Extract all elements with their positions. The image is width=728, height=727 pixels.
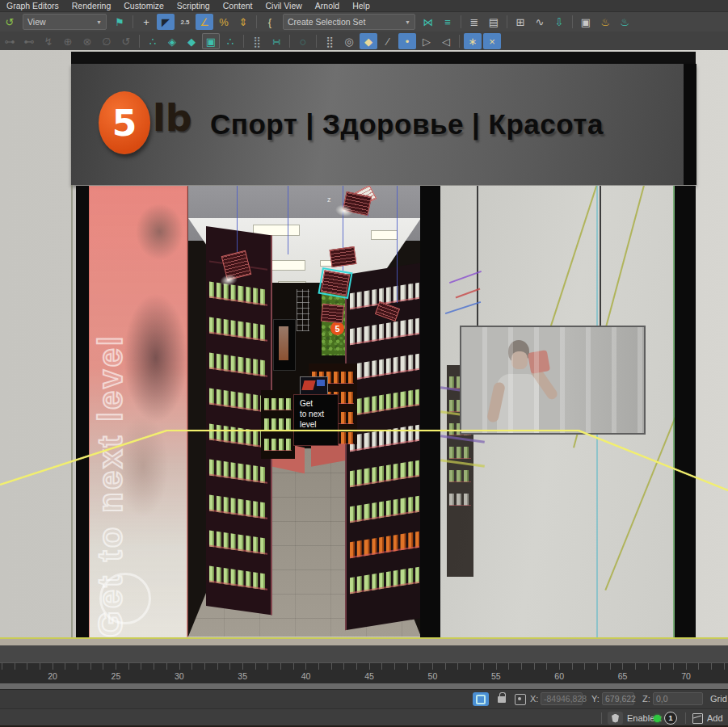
menu-customize[interactable]: Customize	[117, 0, 170, 11]
snap-override-icon[interactable]: ×	[483, 33, 501, 49]
follow-path-icon[interactable]: ◌	[294, 33, 312, 49]
timeline-tick-label: 20	[48, 671, 57, 681]
main-toolbar: ↺ View ▼ ⚑+◤2.5∠%⇕{ Create Selection Set…	[0, 12, 728, 32]
add-button[interactable]: Add	[707, 713, 723, 723]
left-pillar[interactable]	[76, 186, 89, 638]
grid-views-icon[interactable]: ⊞	[511, 14, 529, 30]
glass-wall[interactable]	[440, 186, 675, 638]
timeline-ruler[interactable]: 2025303540455055606570	[0, 662, 728, 684]
z-axis-label: z	[327, 195, 331, 204]
selected-hanging-lamp[interactable]	[321, 270, 350, 296]
snap-vertex-icon[interactable]: ◆	[360, 33, 377, 49]
render-production-icon[interactable]: ♨	[596, 14, 614, 30]
snap-perpendicular-icon[interactable]: ◁	[437, 33, 455, 49]
snap-center-icon[interactable]: ◈	[163, 33, 181, 49]
notification-count-badge[interactable]: 1	[664, 712, 677, 725]
render-setup-icon[interactable]: ⇩	[550, 14, 568, 30]
yellow-spline[interactable]	[166, 430, 579, 431]
scene-security-button[interactable]	[608, 712, 623, 725]
view-dropdown[interactable]: View ▼	[23, 14, 107, 30]
selection-lock-icon[interactable]	[498, 696, 506, 703]
align-icon[interactable]: ≡	[439, 14, 457, 30]
snap-edge-icon[interactable]: ∕	[379, 33, 397, 49]
back-wall-screen[interactable]	[273, 319, 296, 371]
product-row	[350, 318, 419, 346]
restrict-x-icon[interactable]: ⊕	[59, 33, 77, 49]
wall-edge-line	[71, 185, 73, 640]
street-floor	[0, 637, 728, 645]
hanging-lamp[interactable]	[321, 304, 344, 324]
wireframe-line	[445, 301, 481, 314]
timeline-tick-label: 50	[428, 671, 438, 681]
menu-help[interactable]: Help	[346, 0, 377, 11]
angle-snap-icon[interactable]: ∠	[196, 14, 213, 30]
loop-tool-icon[interactable]: ↺	[117, 33, 135, 49]
wall-logo-badge[interactable]: 5	[330, 321, 344, 335]
percent-snap-icon[interactable]: %	[215, 14, 233, 30]
menu-rendering[interactable]: Rendering	[65, 0, 117, 11]
time-slider-track[interactable]	[0, 683, 728, 689]
scene-explorer-icon[interactable]: ▤	[485, 14, 503, 30]
3d-app-window: Graph EditorsRenderingCustomizeScripting…	[0, 0, 728, 727]
store-interior[interactable]: 5 Get to next level	[187, 186, 422, 637]
right-pillar[interactable]	[675, 186, 696, 638]
rendered-frame-icon[interactable]: ▣	[577, 14, 595, 30]
snap-face-icon[interactable]: ▷	[418, 33, 436, 49]
menu-scripting[interactable]: Scripting	[170, 0, 217, 11]
snap-midpoint-icon[interactable]: •	[398, 33, 416, 49]
center-right-column[interactable]	[420, 186, 440, 638]
curve-editor-icon[interactable]: ∿	[531, 14, 549, 30]
isolate-selection-toggle[interactable]	[473, 692, 489, 706]
selection-region-icon[interactable]: ▣	[202, 33, 220, 49]
hanging-lamp[interactable]	[330, 246, 357, 267]
product-row	[209, 424, 267, 448]
restrict-plane-icon[interactable]: ∅	[98, 33, 116, 49]
spinner-snap-icon[interactable]: ⇕	[234, 14, 252, 30]
snap-pivot-icon[interactable]: ◎	[340, 33, 358, 49]
viewport[interactable]: 5 lb Спорт | Здоровье | Красота Get to n…	[0, 50, 728, 662]
select-and-move-icon[interactable]: +	[137, 14, 155, 30]
x-coordinate-field[interactable]: -84946,828	[541, 692, 583, 705]
layer-explorer-icon[interactable]: ≣	[465, 14, 483, 30]
snap-endpoint-icon[interactable]: ◆	[183, 33, 200, 49]
bind-spacewarp-icon[interactable]: ↯	[40, 33, 57, 49]
storefront-sign[interactable]: 5 lb Спорт | Здоровье | Красота	[71, 64, 696, 185]
undo-icon[interactable]: ↺	[1, 14, 19, 30]
grid-array-icon[interactable]: ⣿	[248, 33, 266, 49]
snap-grid-points-icon[interactable]: ⣿	[321, 33, 339, 49]
restrict-y-icon[interactable]: ⊗	[78, 33, 96, 49]
store-poster[interactable]: Get to next level	[89, 186, 187, 638]
snap-2-5d-icon[interactable]: 2.5	[176, 14, 194, 30]
menu-arnold[interactable]: Arnold	[309, 0, 346, 11]
ceiling-light-panel[interactable]	[371, 230, 398, 240]
y-coordinate-field[interactable]: 679,622	[602, 692, 634, 705]
select-and-link-icon[interactable]: ⊶	[1, 33, 19, 49]
render-iterative-icon[interactable]: ♨	[616, 14, 633, 30]
keyframe-flags-icon[interactable]: ⚑	[111, 14, 128, 30]
center-gondola-side[interactable]	[261, 390, 295, 459]
timeline-tick-label: 30	[175, 671, 184, 681]
timeline-tick-label: 65	[618, 671, 628, 681]
product-row	[264, 418, 292, 431]
menu-graph-editors[interactable]: Graph Editors	[0, 0, 65, 11]
menu-content[interactable]: Content	[217, 0, 259, 11]
promo-sign[interactable]: Get to next level	[293, 394, 339, 446]
right-shelf-unit[interactable]	[345, 263, 422, 630]
snap-settings-icon[interactable]: ∗	[464, 33, 482, 49]
snap-scatter-icon[interactable]: ∴	[144, 33, 162, 49]
y-label: Y:	[591, 694, 600, 704]
tv-screen[interactable]	[460, 326, 646, 435]
unlink-selection-icon[interactable]: ⊷	[20, 33, 38, 49]
z-coordinate-field[interactable]: 0,0	[653, 692, 703, 705]
selection-set-dropdown[interactable]: Create Selection Set ▼	[283, 14, 415, 30]
hanging-lamp[interactable]	[343, 191, 372, 216]
edit-named-selections-icon[interactable]: {	[261, 14, 279, 30]
absolute-mode-icon[interactable]	[515, 694, 526, 705]
select-object-icon[interactable]: ◤	[157, 14, 175, 30]
storefront-roof-edge[interactable]	[71, 52, 696, 64]
menu-civil-view[interactable]: Civil View	[259, 0, 308, 11]
ghosting-icon[interactable]: ∺	[267, 33, 285, 49]
snap-cluster-icon[interactable]: ∴	[221, 33, 239, 49]
mirror-icon[interactable]: ⋈	[419, 14, 437, 30]
promo-line: level	[300, 419, 338, 430]
